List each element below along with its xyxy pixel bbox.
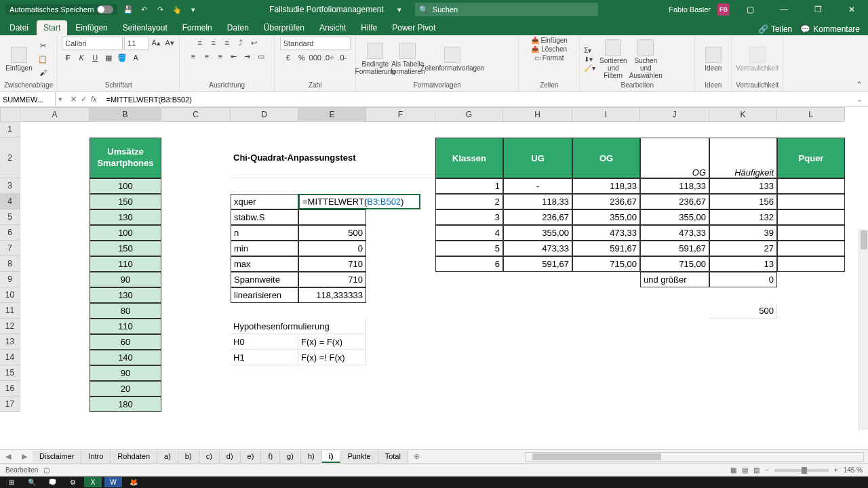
shrink-font-icon[interactable]: A▾ xyxy=(163,37,176,49)
stat-label-5[interactable]: Spannweite xyxy=(231,272,298,287)
italic-button[interactable]: K xyxy=(75,52,87,64)
cell-b3[interactable]: 100 xyxy=(90,178,161,194)
share-button[interactable]: 🔗 Teilen xyxy=(758,24,792,34)
klassen-2[interactable]: 3 xyxy=(435,209,503,225)
ug-4[interactable]: 473,33 xyxy=(503,241,572,256)
accept-formula-icon[interactable]: ✓ xyxy=(81,95,87,104)
fill-color-button[interactable]: 🪣 xyxy=(116,52,128,64)
formula-input[interactable]: =MITTELWERT(B3:B502) xyxy=(102,96,851,104)
og2-2[interactable]: 355,00 xyxy=(640,209,709,225)
taskbar-word-icon[interactable]: W xyxy=(104,477,122,487)
cell-b14[interactable]: 140 xyxy=(90,350,161,365)
horizontal-scrollbar[interactable] xyxy=(525,452,864,462)
pquer-3[interactable] xyxy=(777,225,845,241)
insert-cells-button[interactable]: 📥 Einfügen xyxy=(531,37,568,44)
og2-0[interactable]: 118,33 xyxy=(640,178,709,194)
og-1[interactable]: 236,67 xyxy=(572,194,640,209)
og2-3[interactable]: 473,33 xyxy=(640,225,709,241)
klassen-0[interactable]: 1 xyxy=(435,178,503,194)
sheet-tab-b[interactable]: b) xyxy=(178,451,199,463)
grow-font-icon[interactable]: A▴ xyxy=(150,37,162,49)
zoom-slider[interactable] xyxy=(774,469,829,472)
wrap-text-icon[interactable]: ↩ xyxy=(248,37,260,49)
header-umsaetze[interactable]: Umsätze Smartphones xyxy=(90,138,161,178)
cell-b10[interactable]: 130 xyxy=(90,287,161,303)
comma-icon[interactable]: 000 xyxy=(309,52,321,64)
header-og[interactable]: OG xyxy=(572,138,640,178)
header-klassen[interactable]: Klassen xyxy=(435,138,503,178)
row-header-4[interactable]: 4 xyxy=(0,194,20,209)
merge-icon[interactable]: ▭ xyxy=(255,50,267,62)
sheet-tab-Intro[interactable]: Intro xyxy=(81,451,111,463)
sheet-tab-Rohdaten[interactable]: Rohdaten xyxy=(111,451,157,463)
collapse-ribbon-icon[interactable]: ⌃ xyxy=(856,80,863,89)
sheet-tab-a[interactable]: a) xyxy=(157,451,178,463)
align-top-icon[interactable]: ≡ xyxy=(194,37,206,49)
og2-5[interactable]: 715,00 xyxy=(640,256,709,272)
align-center-icon[interactable]: ≡ xyxy=(201,50,213,62)
row-header-13[interactable]: 13 xyxy=(0,334,20,350)
sheet-tab-e[interactable]: e) xyxy=(241,451,262,463)
cond-format-button[interactable]: Bedingte Formatierung xyxy=(360,43,390,75)
zoom-out-icon[interactable]: − xyxy=(765,466,769,474)
search-box[interactable]: 🔍 Suchen xyxy=(415,3,598,16)
touch-mode-icon[interactable]: 👆 xyxy=(172,4,182,15)
row-header-1[interactable]: 1 xyxy=(0,122,20,138)
cell-b12[interactable]: 110 xyxy=(90,319,161,334)
tab-powerpivot[interactable]: Power Pivot xyxy=(385,20,442,35)
column-header-J[interactable]: J xyxy=(640,107,709,122)
h1-label[interactable]: H1 xyxy=(231,350,298,365)
namebox-dropdown-icon[interactable]: ▾ xyxy=(56,95,65,104)
header-ug[interactable]: UG xyxy=(503,138,572,178)
cell-b5[interactable]: 130 xyxy=(90,209,161,225)
redo-icon[interactable]: ↷ xyxy=(155,4,166,15)
spreadsheet-grid[interactable]: ABCDEFGHIJKL 1234567891011121314151617 U… xyxy=(0,107,868,430)
fill-icon[interactable]: ⬇▾ xyxy=(584,56,595,63)
number-format-select[interactable]: Standard xyxy=(280,37,351,50)
stat-label-3[interactable]: min xyxy=(231,241,298,256)
stat-label-2[interactable]: n xyxy=(231,225,298,241)
fx-icon[interactable]: fx xyxy=(91,95,97,104)
h1-formula[interactable]: F(x) =! F(x) xyxy=(298,350,366,365)
klassen-5[interactable]: 6 xyxy=(435,256,503,272)
percent-icon[interactable]: % xyxy=(296,52,308,64)
stat-val-6[interactable]: 118,333333 xyxy=(298,287,366,303)
pquer-0[interactable] xyxy=(777,178,845,194)
cancel-formula-icon[interactable]: ✕ xyxy=(71,95,77,104)
pquer-2[interactable] xyxy=(777,209,845,225)
ug-0[interactable]: - xyxy=(503,178,572,194)
stat-val-2[interactable]: 500 xyxy=(298,225,366,241)
qat-more-icon[interactable]: ▾ xyxy=(188,4,199,15)
taskbar-app-icon[interactable]: 💭 xyxy=(43,477,61,487)
row-header-6[interactable]: 6 xyxy=(0,225,20,241)
format-table-button[interactable]: Als Tabelle formatieren xyxy=(393,43,422,75)
view-normal-icon[interactable]: ▦ xyxy=(730,466,736,474)
bold-button[interactable]: F xyxy=(62,52,74,64)
row-header-15[interactable]: 15 xyxy=(0,365,20,381)
underline-button[interactable]: U xyxy=(89,52,101,64)
align-right-icon[interactable]: ≡ xyxy=(214,50,226,62)
font-size-select[interactable]: 11 xyxy=(124,37,149,50)
tab-hilfe[interactable]: Hilfe xyxy=(354,20,384,35)
start-menu-icon[interactable]: ⊞ xyxy=(3,477,20,487)
zoom-in-icon[interactable]: + xyxy=(834,466,838,474)
row-header-17[interactable]: 17 xyxy=(0,396,20,412)
align-mid-icon[interactable]: ≡ xyxy=(208,37,220,49)
haeuf-5[interactable]: 13 xyxy=(709,256,777,272)
cell-b6[interactable]: 100 xyxy=(90,225,161,241)
column-header-L[interactable]: L xyxy=(777,107,845,122)
new-sheet-icon[interactable]: ⊕ xyxy=(408,452,425,461)
column-header-H[interactable]: H xyxy=(503,107,572,122)
align-left-icon[interactable]: ≡ xyxy=(187,50,199,62)
taskbar-firefox-icon[interactable]: 🦊 xyxy=(125,477,142,487)
chi-quadrat-title[interactable]: Chi-Quadrat-Anpassungstest xyxy=(231,138,435,178)
zoom-level[interactable]: 145 % xyxy=(844,466,863,474)
haeuf-sum[interactable]: 500 xyxy=(709,303,777,319)
klassen-3[interactable]: 4 xyxy=(435,225,503,241)
sheet-tab-d[interactable]: d) xyxy=(220,451,241,463)
sheet-tab-c[interactable]: c) xyxy=(199,451,220,463)
hypotheses-title[interactable]: Hypothesenformulierung xyxy=(231,319,366,334)
ug-2[interactable]: 236,67 xyxy=(503,209,572,225)
haeuf-3[interactable]: 39 xyxy=(709,225,777,241)
tab-start[interactable]: Start xyxy=(37,20,67,35)
